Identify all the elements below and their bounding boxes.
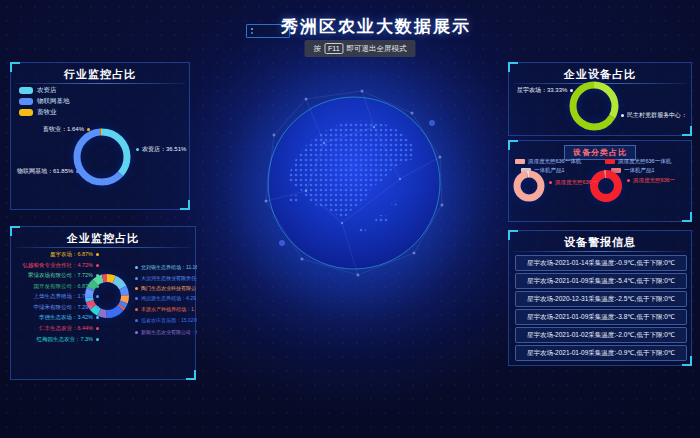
device-class-right-donut-chart[interactable] bbox=[585, 165, 627, 207]
enterprise-label: 陶门生态农业科技有限公 bbox=[135, 285, 196, 291]
enterprise-label: 泓睿农庄音乐园：15.02% bbox=[135, 317, 197, 323]
legend-swatch bbox=[19, 98, 33, 105]
legend-label: 畜牧业 bbox=[37, 108, 57, 117]
panel-title: 行业监控占比 bbox=[11, 67, 189, 82]
enterprise-label: 红梅园生态农业：7.3% bbox=[13, 336, 99, 343]
alarm-panel: 设备警报信息 星宇农场-2021-01-14采集温度:-0.9℃,低于下限:0℃… bbox=[508, 230, 692, 366]
legend-label: 农资店 bbox=[37, 86, 57, 95]
legend-item[interactable]: 温湿度光照636一体机 bbox=[515, 158, 581, 165]
alarm-row[interactable]: 星宇农场-2021-01-09采集温度:-5.4℃,低于下限:0℃ bbox=[515, 273, 687, 289]
enterprise-label: 北刘银生态养殖场：11.16% bbox=[135, 264, 197, 270]
enterprise-label: 大运河生态牧业有限责任公 bbox=[135, 275, 197, 281]
device-class-left-donut-chart[interactable] bbox=[509, 166, 549, 206]
panel-title: 设备警报信息 bbox=[509, 235, 691, 250]
chart-label: 温湿度光照636一 bbox=[627, 177, 675, 184]
chart-label: 星宇农场：33.33% bbox=[517, 86, 573, 95]
legend-swatch bbox=[515, 159, 525, 164]
legend-label: 温湿度光照636一体机 bbox=[528, 158, 581, 165]
enterprise-label: 鸿运源生态养殖场：4.29 bbox=[135, 295, 196, 301]
chart-label-text: 畜牧业：1.64% bbox=[43, 126, 84, 132]
legend-item[interactable]: 物联网基地 bbox=[19, 97, 70, 106]
alarm-row[interactable]: 星宇农场-2021-01-09采集温度:-3.8℃,低于下限:0℃ bbox=[515, 309, 687, 325]
device-class-panel: 设备分类占比 温湿度光照636一体机 一体机产品1 温湿度光照636一体机 一体… bbox=[508, 140, 692, 222]
marker-dot bbox=[76, 170, 79, 173]
chart-label: 温湿度光照636一 bbox=[549, 179, 597, 186]
legend-item[interactable]: 温湿度光照636一体机 bbox=[605, 158, 671, 165]
globe-visualization bbox=[254, 83, 454, 283]
enterprise-label: 仁丰生态农业：6.44% bbox=[13, 325, 99, 332]
industry-monitor-panel: 行业监控占比 农资店 物联网基地 畜牧业 畜牧业：1.64% 农资店：36.51… bbox=[10, 62, 190, 210]
legend-swatch bbox=[605, 159, 615, 164]
f11-keycap: F11 bbox=[324, 43, 344, 54]
enterprise-label: 李强生态农场：3.42% bbox=[13, 314, 99, 321]
enterprise-label: 丰源水产种植养殖场：1. bbox=[135, 306, 195, 312]
enterprise-label: 中绿禾有限公司：7.29% bbox=[13, 304, 99, 311]
legend-label: 物联网基地 bbox=[37, 97, 70, 106]
page-title: 秀洲区农业大数据展示 bbox=[281, 15, 471, 38]
device-ratio-donut-chart[interactable] bbox=[565, 77, 623, 135]
fullscreen-tip-prefix: 按 bbox=[313, 44, 321, 54]
legend-item[interactable]: 畜牧业 bbox=[19, 108, 57, 117]
chart-label: 民主村党群服务中心： bbox=[621, 111, 687, 120]
panel-title: 企业监控占比 bbox=[11, 231, 195, 246]
chart-label: 农资店：36.51% bbox=[133, 145, 186, 154]
enterprise-label: 国开发有限公司：6.87% bbox=[13, 283, 99, 290]
legend-label: 一体机产品1 bbox=[624, 167, 655, 174]
alarm-row[interactable]: 星宇农场-2021-01-02采集温度:-2.0℃,低于下限:0℃ bbox=[515, 327, 687, 343]
alarm-row[interactable]: 星宇农场-2021-01-14采集温度:-0.9℃,低于下限:0℃ bbox=[515, 255, 687, 271]
chart-label: 畜牧业：1.64% bbox=[11, 125, 93, 134]
alarm-row[interactable]: 星宇农场-2020-12-31采集温度:-2.5℃,低于下限:0℃ bbox=[515, 291, 687, 307]
enterprise-label: 星宇农场：6.87% bbox=[13, 251, 99, 258]
enterprise-label: 新颖生态农业有限公司：6.879 bbox=[135, 329, 197, 335]
legend-swatch bbox=[19, 87, 33, 94]
device-ratio-panel: 企业设备占比 星宇农场：33.33% 民主村党群服务中心： bbox=[508, 62, 692, 136]
enterprise-label: 家绿农场有限公司：7.72% bbox=[13, 272, 99, 279]
chart-label-text: 物联网基地：61.85% bbox=[17, 168, 73, 174]
legend-item[interactable]: 农资店 bbox=[19, 86, 57, 95]
alarm-row[interactable]: 星宇农场-2021-01-09采集温度:-0.9℃,低于下限:0℃ bbox=[515, 345, 687, 361]
enterprise-monitor-panel: 企业监控占比 星宇农场：6.87% 弘越粮食专业合作社：4.72% 家绿农场有限… bbox=[10, 226, 196, 380]
chart-label: 物联网基地：61.85% bbox=[17, 167, 82, 176]
marker-dot bbox=[87, 128, 90, 131]
fullscreen-tip: 按 F11 即可退出全屏模式 bbox=[304, 40, 415, 57]
marker-dot bbox=[136, 148, 139, 151]
chart-label-text: 农资店：36.51% bbox=[142, 146, 186, 152]
enterprise-label: 弘越粮食专业合作社：4.72% bbox=[13, 262, 99, 269]
enterprise-label: 上华生态养殖场：1.72% bbox=[13, 293, 99, 300]
legend-swatch bbox=[19, 109, 33, 116]
title-divider bbox=[15, 83, 185, 84]
title-divider bbox=[15, 247, 191, 248]
legend-label: 温湿度光照636一体机 bbox=[618, 158, 671, 165]
title-divider bbox=[513, 251, 687, 252]
fullscreen-tip-suffix: 即可退出全屏模式 bbox=[347, 44, 407, 54]
